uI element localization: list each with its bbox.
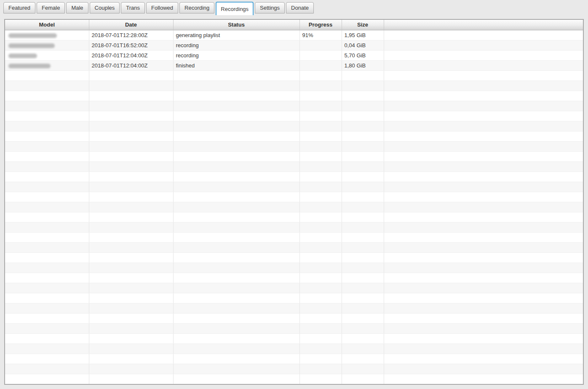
tab-recordings[interactable]: Recordings: [216, 2, 254, 15]
column-header-blank[interactable]: [384, 20, 583, 30]
empty-cell: [342, 273, 384, 283]
empty-cell: [89, 323, 173, 333]
column-header-size[interactable]: Size: [342, 20, 384, 30]
empty-cell: [384, 172, 583, 182]
empty-cell: [5, 222, 89, 232]
empty-cell: [5, 333, 89, 343]
empty-row: [5, 252, 583, 263]
empty-cell: [342, 192, 384, 202]
empty-cell: [89, 343, 173, 354]
empty-cell: [5, 293, 89, 303]
empty-row: [5, 161, 583, 172]
empty-cell: [384, 364, 583, 374]
empty-cell: [5, 111, 89, 121]
empty-cell: [299, 313, 342, 323]
empty-cell: [299, 364, 342, 374]
empty-cell: [173, 323, 299, 333]
empty-cell: [89, 263, 173, 273]
empty-cell: [173, 222, 299, 232]
tab-male[interactable]: Male: [66, 2, 88, 13]
empty-row: [5, 364, 583, 374]
empty-cell: [173, 252, 299, 263]
empty-cell: [342, 70, 384, 80]
tab-trans[interactable]: Trans: [121, 2, 145, 13]
empty-row: [5, 232, 583, 242]
tab-followed[interactable]: Followed: [146, 2, 178, 13]
empty-row: [5, 303, 583, 313]
empty-cell: [5, 101, 89, 111]
empty-row: [5, 263, 583, 273]
cell-model: [5, 30, 89, 40]
empty-cell: [342, 364, 384, 374]
cell-size: 1,80 GiB: [342, 60, 384, 70]
empty-cell: [89, 101, 173, 111]
empty-cell: [89, 151, 173, 161]
empty-cell: [5, 141, 89, 151]
tab-bar: FeaturedFemaleMaleCouplesTransFollowedRe…: [0, 0, 588, 14]
table-row[interactable]: 2018-07-01T16:52:00Zrecording0,04 GiB: [5, 40, 583, 50]
empty-cell: [89, 354, 173, 364]
empty-cell: [342, 202, 384, 212]
empty-row: [5, 293, 583, 303]
empty-cell: [89, 161, 173, 172]
empty-cell: [299, 343, 342, 354]
empty-cell: [299, 70, 342, 80]
empty-cell: [342, 263, 384, 273]
empty-row: [5, 121, 583, 131]
tab-featured[interactable]: Featured: [3, 2, 35, 13]
empty-row: [5, 354, 583, 364]
empty-cell: [342, 80, 384, 91]
empty-cell: [89, 222, 173, 232]
empty-cell: [5, 70, 89, 80]
cell-date: 2018-07-01T12:04:00Z: [89, 60, 173, 70]
column-header-date[interactable]: Date: [89, 20, 173, 30]
empty-cell: [89, 172, 173, 182]
table-row[interactable]: 2018-07-01T12:04:00Zfinished1,80 GiB: [5, 60, 583, 70]
empty-cell: [89, 374, 173, 384]
empty-cell: [299, 333, 342, 343]
empty-cell: [384, 111, 583, 121]
cell-blank: [384, 30, 583, 40]
empty-row: [5, 91, 583, 101]
empty-cell: [299, 80, 342, 91]
cell-status: recording: [173, 40, 299, 50]
empty-cell: [342, 212, 384, 222]
empty-cell: [384, 313, 583, 323]
empty-cell: [173, 343, 299, 354]
empty-cell: [384, 232, 583, 242]
cell-blank: [384, 60, 583, 70]
empty-cell: [5, 232, 89, 242]
column-header-model[interactable]: Model: [5, 20, 89, 30]
tab-female[interactable]: Female: [37, 2, 65, 13]
empty-cell: [173, 354, 299, 364]
cell-progress: [299, 40, 342, 50]
table-row[interactable]: 2018-07-01T12:28:00Zgenerating playlist9…: [5, 30, 583, 40]
empty-cell: [299, 263, 342, 273]
empty-cell: [384, 91, 583, 101]
table-header-row: ModelDateStatusProgressSize: [5, 20, 583, 30]
empty-cell: [384, 222, 583, 232]
empty-cell: [299, 131, 342, 141]
tab-couples[interactable]: Couples: [90, 2, 120, 13]
cell-model: [5, 60, 89, 70]
empty-row: [5, 374, 583, 384]
empty-row: [5, 343, 583, 354]
empty-cell: [173, 131, 299, 141]
tab-settings[interactable]: Settings: [255, 2, 285, 13]
empty-cell: [5, 354, 89, 364]
empty-cell: [384, 80, 583, 91]
empty-cell: [299, 354, 342, 364]
empty-cell: [384, 192, 583, 202]
empty-cell: [384, 212, 583, 222]
tab-recording[interactable]: Recording: [179, 2, 214, 13]
cell-size: 1,95 GiB: [342, 30, 384, 40]
empty-row: [5, 242, 583, 252]
empty-cell: [299, 182, 342, 192]
empty-cell: [384, 121, 583, 131]
table-row[interactable]: 2018-07-01T12:04:00Zrecording5,70 GiB: [5, 50, 583, 60]
empty-cell: [5, 252, 89, 263]
empty-cell: [5, 313, 89, 323]
tab-donate[interactable]: Donate: [286, 2, 314, 13]
column-header-status[interactable]: Status: [173, 20, 299, 30]
column-header-progress[interactable]: Progress: [299, 20, 342, 30]
